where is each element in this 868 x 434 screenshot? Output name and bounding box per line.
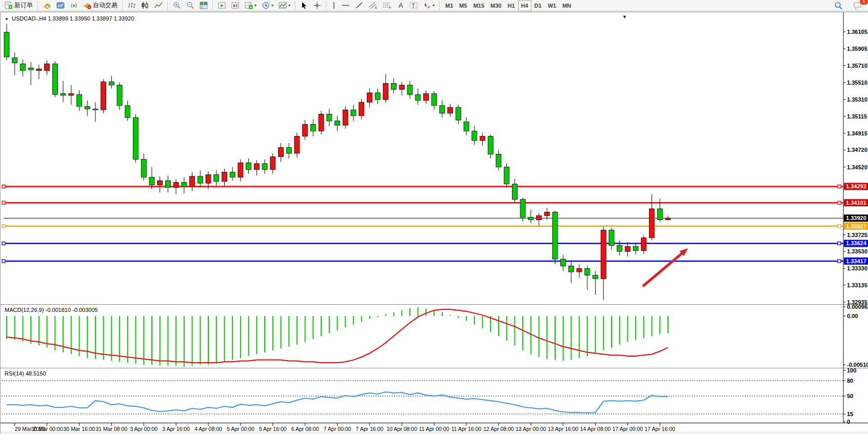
zoom-in-button[interactable] [170,0,184,11]
arrow-objects-button[interactable]: ▾ [420,0,437,11]
toolbar-separator [326,1,327,10]
svg-text:1.33330: 1.33330 [847,265,867,271]
chart-forward-button[interactable] [215,0,229,11]
zoom-out-icon [186,2,194,9]
vertical-line-button[interactable] [329,0,339,11]
svg-text:E: E [375,6,377,9]
profile-chart-button[interactable] [54,0,67,11]
autotrade-icon [83,2,91,9]
svg-text:0: 0 [847,419,850,425]
period-d1-button[interactable]: D1 [531,0,545,11]
period-m30-button[interactable]: M30 [487,0,504,11]
new-order-button[interactable]: 新订单 [2,0,35,11]
line-handle[interactable] [2,225,5,228]
tile-windows-button[interactable] [197,0,210,11]
autotrade-button[interactable]: 自动交易 [81,0,120,11]
chart-shift-marker[interactable]: ▼ [622,14,627,19]
price-chart[interactable]: 1.361051.359051.357101.355101.353101.351… [1,12,868,434]
svg-text:1.35510: 1.35510 [847,80,867,86]
period-h4-button[interactable]: H4 [518,0,531,11]
signal-icon [70,2,78,9]
line-handle[interactable] [2,201,5,204]
new-order-label: 新订单 [14,1,33,10]
line-handle[interactable] [838,225,841,228]
chart-end-button[interactable] [229,0,242,11]
svg-text:80: 80 [847,378,853,384]
period-m5-button[interactable]: M5 [456,0,470,11]
svg-text:1.35905: 1.35905 [847,46,867,52]
period-w1-button[interactable]: W1 [545,0,560,11]
chart-window[interactable]: 1.361051.359051.357101.355101.353101.351… [0,12,868,434]
svg-text:14 Apr 08:00: 14 Apr 08:00 [580,426,611,432]
add-indicator-button[interactable]: ▾ [242,0,259,11]
text-label-button[interactable]: T [407,0,420,11]
template-button[interactable]: ▾ [276,0,293,11]
period-m1-button[interactable]: M1 [442,0,456,11]
svg-text:13 Apr 16:00: 13 Apr 16:00 [548,426,579,432]
svg-text:30 Mar 00:00: 30 Mar 00:00 [31,426,63,432]
svg-text:1.34520: 1.34520 [847,164,867,170]
period-m30-label: M30 [490,3,501,9]
line-chart-icon [154,2,163,9]
svg-text:1.34720: 1.34720 [847,147,867,153]
text-icon: A [397,2,404,9]
svg-text:1.35310: 1.35310 [847,96,867,103]
period-h4-label: H4 [521,3,528,9]
new-order-icon [5,2,13,9]
search-button[interactable] [832,0,845,11]
cursor-button[interactable] [298,0,310,11]
toolbar-separator [167,1,168,10]
svg-text:1.35115: 1.35115 [847,113,867,120]
notifications-button[interactable]: 1 [851,0,865,11]
period-h1-button[interactable]: H1 [504,0,518,11]
toolbar-separator [122,1,123,10]
zoom-in-icon [173,2,181,9]
line-handle[interactable] [838,185,841,188]
chevron-down-icon: ▾ [288,3,290,8]
equidistant-channel-button[interactable]: E [366,0,380,11]
svg-text:30 Mar 16:00: 30 Mar 16:00 [64,426,95,432]
line-handle[interactable] [838,242,841,245]
svg-text:12 Apr 08:00: 12 Apr 08:00 [483,426,514,432]
candle-chart-button[interactable] [139,0,152,11]
crosshair-icon [313,2,321,9]
toolbar-separator [212,1,213,10]
horizontal-line-icon [342,2,350,9]
line-handle[interactable] [838,260,841,263]
svg-text:1.33920: 1.33920 [846,215,866,221]
signal-button[interactable] [67,0,81,11]
line-handle[interactable] [2,242,5,245]
fibonacci-button[interactable]: F [380,0,394,11]
period-m5-label: M5 [459,3,467,9]
svg-text:1.34292: 1.34292 [846,183,866,189]
svg-text:0.00: 0.00 [847,313,858,319]
period-m15-button[interactable]: M15 [470,0,487,11]
svg-text:USDCAD-,H4 1.33899 1.33950 1.: USDCAD-,H4 1.33899 1.33950 1.33897 1.339… [12,15,134,22]
clock-icon [262,2,270,9]
add-indicator-icon [245,2,253,9]
svg-text:10 Apr 08:00: 10 Apr 08:00 [386,426,417,432]
bar-chart-button[interactable] [125,0,139,11]
horizontal-line-button[interactable] [339,0,352,11]
svg-text:1.34101: 1.34101 [846,200,866,206]
text-button[interactable]: A [394,0,407,11]
svg-text:11 Apr 16:00: 11 Apr 16:00 [451,426,482,432]
zoom-out-button[interactable] [184,0,197,11]
line-chart-button[interactable] [152,0,165,11]
line-handle[interactable] [838,201,841,204]
period-h1-label: H1 [507,3,515,9]
svg-text:6 Apr 08:00: 6 Apr 08:00 [291,426,319,432]
gold-archive-button[interactable] [41,0,54,11]
period-mn-button[interactable]: MN [559,0,574,11]
line-handle[interactable] [2,185,5,188]
line-handle[interactable] [2,260,5,263]
clock-button[interactable]: ▾ [259,0,276,11]
svg-text:1.36105: 1.36105 [847,29,867,35]
trendline-icon [355,2,363,9]
svg-text:3 Apr 16:00: 3 Apr 16:00 [162,426,190,432]
trendline-button[interactable] [352,0,366,11]
crosshair-button[interactable] [310,0,324,11]
svg-text:1.33725: 1.33725 [847,232,867,238]
macd-label: MACD(12,26,9) -0.001810 -0.003005 [5,307,98,313]
svg-text:1.34915: 1.34915 [847,130,867,136]
